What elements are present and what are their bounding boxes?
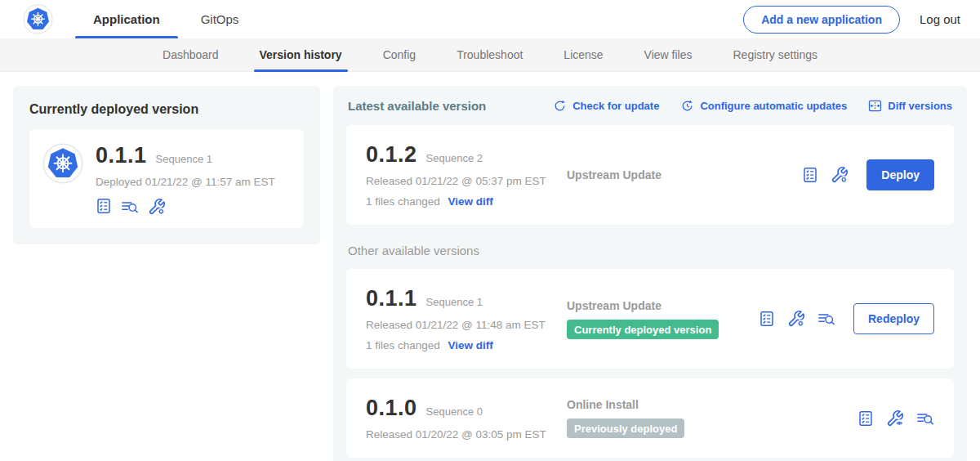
released-timestamp: Released 01/21/22 @ 11:48 am EST	[366, 319, 567, 331]
released-timestamp: Released 01/20/22 @ 03:05 pm EST	[366, 428, 567, 441]
subnav-tab-version-history[interactable]: Version history	[239, 38, 363, 71]
logs-search-icon[interactable]	[817, 310, 835, 328]
auto-update-icon	[680, 99, 694, 113]
configure-automatic-updates-link[interactable]: Configure automatic updates	[680, 99, 847, 113]
previously-deployed-badge: Previously deployed	[567, 418, 684, 438]
tab-gitops-label: GitOps	[201, 12, 239, 26]
version-number: 0.1.1	[366, 286, 417, 311]
subnav-tab-troubleshoot[interactable]: Troubleshoot	[436, 38, 543, 71]
version-number: 0.1.0	[366, 396, 417, 421]
tab-application[interactable]: Application	[73, 0, 180, 38]
other-available-versions-title: Other available versions	[348, 244, 952, 257]
diff-versions-label: Diff versions	[888, 100, 952, 112]
top-nav-tabs: Application GitOps	[73, 0, 259, 38]
top-nav-right: Add a new application Log out	[743, 6, 960, 34]
sequence-label: Sequence 0	[426, 405, 483, 418]
diff-versions-link[interactable]: Diff versions	[868, 99, 952, 113]
deployed-version-tile: 0.1.1 Sequence 1 Deployed 01/21/22 @ 11:…	[29, 129, 304, 228]
configure-automatic-updates-label: Configure automatic updates	[700, 100, 847, 112]
view-diff-link[interactable]: View diff	[448, 195, 493, 208]
version-number: 0.1.2	[366, 142, 417, 168]
subnav-tab-view-files[interactable]: View files	[624, 38, 713, 71]
add-new-application-button[interactable]: Add a new application	[743, 6, 900, 34]
version-actions: Redeploy	[759, 303, 934, 334]
redeploy-button[interactable]: Redeploy	[853, 303, 934, 334]
top-nav: Application GitOps Add a new application…	[0, 0, 980, 38]
sequence-label: Sequence 1	[426, 296, 483, 308]
app-subnav: Dashboard Version history Config Trouble…	[0, 38, 980, 72]
subnav-tab-license[interactable]: License	[543, 38, 623, 71]
version-history-panel: Latest available version Check for updat…	[333, 86, 967, 461]
wrench-gear-icon[interactable]	[148, 198, 166, 216]
main-content: Currently deployed version 0.1.1 Sequenc…	[0, 72, 980, 461]
panel-header-actions: Check for update Configure automatic upd…	[553, 99, 952, 113]
deployed-sequence-label: Sequence 1	[156, 153, 212, 165]
version-source: Online Install Previously deployed	[567, 398, 858, 438]
deployed-timestamp: Deployed 01/21/22 @ 11:57 am EST	[96, 176, 275, 188]
sequence-label: Sequence 2	[426, 152, 483, 164]
currently-deployed-card: Currently deployed version 0.1.1 Sequenc…	[13, 86, 320, 244]
version-actions: Deploy	[802, 159, 934, 190]
checklist-icon[interactable]	[96, 198, 112, 214]
deploy-button[interactable]: Deploy	[866, 159, 934, 190]
refresh-icon	[553, 99, 567, 113]
version-source: Upstream Update Currently deployed versi…	[567, 299, 759, 339]
version-card-0-1-0: 0.1.0 Sequence 0 Released 01/20/22 @ 03:…	[346, 378, 954, 458]
tab-application-label: Application	[93, 12, 160, 26]
checklist-icon[interactable]	[802, 167, 818, 183]
subnav-tab-dashboard[interactable]: Dashboard	[142, 38, 239, 71]
logs-search-icon[interactable]	[916, 410, 934, 427]
currently-deployed-badge: Currently deployed version	[567, 320, 719, 339]
source-label: Upstream Update	[567, 168, 794, 181]
version-card-0-1-2: 0.1.2 Sequence 2 Released 01/21/22 @ 05:…	[346, 125, 954, 225]
diff-icon	[868, 99, 882, 113]
wrench-gear-icon[interactable]	[831, 166, 849, 184]
released-timestamp: Released 01/21/22 @ 05:37 pm EST	[366, 175, 567, 187]
deployed-version-number: 0.1.1	[96, 143, 147, 168]
checklist-icon[interactable]	[858, 410, 874, 427]
tab-gitops[interactable]: GitOps	[180, 0, 260, 38]
logs-search-icon[interactable]	[121, 198, 139, 216]
deployed-version-details: 0.1.1 Sequence 1 Deployed 01/21/22 @ 11:…	[96, 143, 275, 216]
source-label: Online Install	[567, 398, 849, 411]
latest-available-title: Latest available version	[348, 99, 486, 113]
version-source: Upstream Update	[567, 168, 802, 181]
version-actions	[858, 410, 934, 427]
view-diff-link[interactable]: View diff	[448, 339, 493, 351]
currently-deployed-title: Currently deployed version	[29, 102, 304, 117]
version-info: 0.1.1 Sequence 1 Released 01/21/22 @ 11:…	[366, 286, 567, 351]
source-label: Upstream Update	[567, 299, 751, 312]
logout-button[interactable]: Log out	[920, 12, 960, 26]
wrench-eye-icon[interactable]	[886, 410, 904, 427]
files-changed-label: 1 files changed	[366, 339, 440, 351]
kubernetes-logo-icon	[23, 4, 53, 34]
version-card-0-1-1: 0.1.1 Sequence 1 Released 01/21/22 @ 11:…	[346, 269, 954, 369]
version-info: 0.1.2 Sequence 2 Released 01/21/22 @ 05:…	[366, 142, 567, 208]
wrench-gear-icon[interactable]	[787, 310, 805, 328]
checklist-icon[interactable]	[759, 311, 775, 327]
check-for-update-label: Check for update	[572, 100, 659, 112]
check-for-update-link[interactable]: Check for update	[553, 99, 659, 113]
app-kubernetes-logo-icon	[42, 143, 83, 184]
subnav-tab-config[interactable]: Config	[363, 38, 436, 71]
panel-header: Latest available version Check for updat…	[348, 99, 952, 113]
files-changed-label: 1 files changed	[366, 195, 440, 208]
subnav-tab-registry-settings[interactable]: Registry settings	[713, 38, 838, 71]
version-info: 0.1.0 Sequence 0 Released 01/20/22 @ 03:…	[366, 396, 567, 441]
